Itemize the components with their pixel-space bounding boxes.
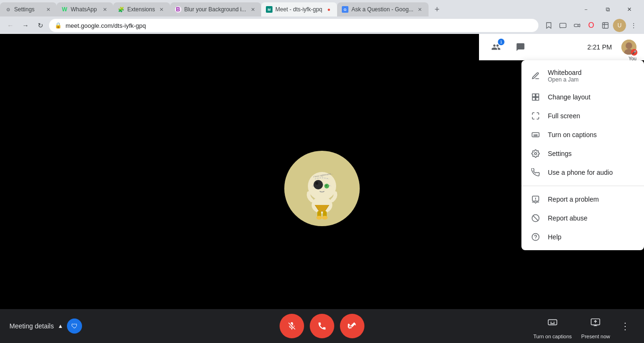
participants-count: 1	[498, 39, 504, 45]
phone-icon	[531, 168, 540, 177]
refresh-button[interactable]: ↻	[34, 19, 47, 32]
full-screen-icon	[531, 111, 540, 121]
tab-settings[interactable]: ⚙ Settings ✕	[0, 2, 57, 16]
ask-favicon: G	[342, 6, 348, 13]
tab-ask[interactable]: G Ask a Question - Goog... ✕	[337, 2, 428, 16]
mic-off-icon: 🎤	[631, 49, 637, 56]
opera-icon[interactable]: O	[585, 19, 598, 32]
chat-button[interactable]	[511, 38, 530, 57]
svg-rect-22	[532, 98, 535, 100]
context-menu: Whiteboard Open a Jam Change layout	[521, 60, 644, 250]
main-content: I love nightmares... 1 2:21 PM	[0, 34, 644, 343]
tab-whatsapp[interactable]: W WhatsApp ✕	[57, 2, 113, 16]
extensions-favicon: 🧩	[118, 6, 124, 13]
menu-settings[interactable]: Settings	[521, 144, 644, 163]
settings-favicon: ⚙	[5, 6, 11, 13]
captions-bottom-icon	[543, 313, 562, 332]
menu-report-problem[interactable]: Report a problem	[521, 190, 644, 209]
tab-meet-close[interactable]: ●	[325, 6, 332, 13]
svg-text:G: G	[344, 8, 347, 12]
toolbar-icons: O U ⋮	[542, 19, 640, 32]
tab-settings-close[interactable]: ✕	[44, 6, 52, 13]
profile-avatar[interactable]: U	[613, 19, 626, 32]
meet-favicon: M	[266, 6, 272, 13]
svg-rect-4	[560, 23, 566, 27]
report-problem-title: Report a problem	[548, 196, 635, 203]
meet-header-panel: 1 2:21 PM You 🎤	[479, 34, 644, 60]
tab-ask-close[interactable]: ✕	[416, 6, 424, 13]
tab-whatsapp-title: WhatsApp	[71, 6, 98, 13]
menu-divider	[521, 186, 644, 186]
menu-whiteboard[interactable]: Whiteboard Open a Jam	[521, 64, 644, 88]
url-text: meet.google.com/dts-iyfk-gpq	[66, 22, 533, 29]
change-layout-icon	[531, 92, 540, 102]
new-tab-button[interactable]: +	[430, 3, 444, 16]
back-button[interactable]: ←	[4, 19, 17, 32]
present-now-label: Present now	[581, 334, 610, 339]
svg-point-18	[626, 42, 632, 49]
tab-meet[interactable]: M Meet - dts-iyfk-gpq ●	[261, 2, 337, 16]
whiteboard-title: Whiteboard	[548, 69, 635, 76]
captions-title: Turn on captions	[548, 131, 635, 139]
extensions-icon[interactable]	[599, 19, 612, 32]
camera-icon[interactable]	[570, 19, 584, 32]
more-options-button[interactable]: ⋮	[616, 317, 635, 335]
settings-menu-title: Settings	[548, 150, 635, 157]
report-abuse-content: Report abuse	[548, 214, 635, 222]
menu-icon[interactable]: ⋮	[627, 19, 640, 32]
captions-icon	[531, 130, 540, 139]
forward-button[interactable]: →	[19, 19, 32, 32]
close-button[interactable]: ✕	[619, 2, 640, 16]
url-bar[interactable]: 🔒 meet.google.com/dts-iyfk-gpq	[49, 19, 538, 32]
turn-on-captions-button[interactable]: Turn on captions	[529, 313, 576, 339]
user-avatar-wrapper: You 🎤	[621, 40, 636, 55]
menu-help[interactable]: Help	[521, 228, 644, 246]
tab-blur-close[interactable]: ✕	[249, 6, 256, 13]
end-call-button[interactable]	[310, 314, 334, 338]
shield-button[interactable]: 🛡	[67, 318, 82, 334]
menu-change-layout[interactable]: Change layout	[521, 88, 644, 106]
meeting-details-label: Meeting details	[9, 322, 54, 330]
tab-settings-title: Settings	[14, 6, 41, 13]
present-now-icon	[586, 313, 605, 332]
tab-meet-title: Meet - dts-iyfk-gpq	[275, 6, 322, 13]
svg-point-8	[314, 180, 323, 189]
change-layout-title: Change layout	[548, 93, 635, 101]
participant-avatar: I love nightmares...	[284, 151, 360, 226]
meeting-details-button[interactable]: Meeting details ▲	[9, 322, 63, 330]
menu-full-screen[interactable]: Full screen	[521, 106, 644, 125]
tab-extensions-close[interactable]: ✕	[158, 6, 165, 13]
toggle-video-button[interactable]	[340, 314, 364, 338]
menu-phone-audio[interactable]: Use a phone for audio	[521, 163, 644, 182]
participants-button[interactable]: 1	[487, 38, 505, 57]
meet-time: 2:21 PM	[587, 43, 612, 51]
minimize-button[interactable]: －	[575, 2, 597, 16]
tab-whatsapp-close[interactable]: ✕	[101, 6, 108, 13]
blur-favicon: B	[175, 6, 182, 13]
svg-rect-31	[548, 320, 557, 325]
report-problem-content: Report a problem	[548, 196, 635, 203]
whatsapp-favicon: W	[61, 6, 68, 13]
mute-mic-button[interactable]	[280, 314, 304, 338]
right-controls: Turn on captions Present now ⋮	[529, 313, 635, 339]
whiteboard-subtitle: Open a Jam	[548, 76, 635, 83]
tab-extensions[interactable]: 🧩 Extensions ✕	[113, 2, 170, 16]
maximize-button[interactable]: ⧉	[597, 2, 619, 16]
tab-blur[interactable]: B Blur your Background i... ✕	[170, 2, 261, 16]
bookmark-icon[interactable]	[542, 19, 555, 32]
svg-point-14	[316, 216, 322, 220]
phone-audio-title: Use a phone for audio	[548, 169, 635, 176]
report-abuse-icon	[531, 213, 540, 223]
tab-extensions-title: Extensions	[127, 6, 155, 13]
menu-report-abuse[interactable]: Report abuse	[521, 209, 644, 228]
present-now-button[interactable]: Present now	[578, 313, 614, 339]
phone-audio-content: Use a phone for audio	[548, 169, 635, 176]
browser-chrome: ⚙ Settings ✕ W WhatsApp ✕ 🧩 Extensions ✕…	[0, 0, 644, 34]
help-title: Help	[548, 233, 635, 241]
meet-video-area: I love nightmares... 1 2:21 PM	[0, 34, 644, 343]
cast-icon[interactable]	[556, 19, 570, 32]
menu-turn-on-captions[interactable]: Turn on captions	[521, 125, 644, 144]
svg-rect-23	[536, 98, 539, 100]
report-abuse-title: Report abuse	[548, 214, 635, 222]
report-problem-icon	[531, 195, 540, 204]
